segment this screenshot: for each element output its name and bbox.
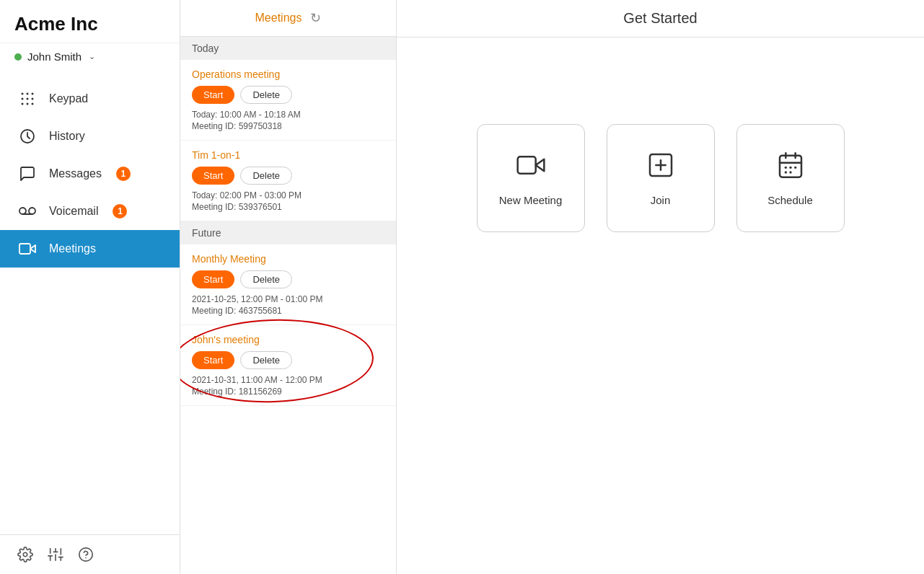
- meeting-monthly-time: 2021-10-25, 12:00 PM - 01:00 PM: [192, 294, 384, 304]
- meeting-monthly-id: Meeting ID: 463755681: [192, 306, 384, 316]
- section-today: Today: [180, 37, 396, 60]
- meetings-panel: Meetings ↻ Today Operations meeting Star…: [180, 0, 397, 574]
- new-meeting-card[interactable]: New Meeting: [477, 124, 585, 232]
- svg-point-25: [79, 548, 92, 561]
- user-name: John Smith: [27, 50, 82, 63]
- meetings-panel-header: Meetings ↻: [180, 0, 396, 37]
- history-icon: [17, 126, 38, 146]
- meeting-monthly-start-button[interactable]: Start: [192, 270, 234, 288]
- svg-point-3: [22, 98, 24, 100]
- svg-point-10: [19, 208, 26, 214]
- svg-point-2: [32, 93, 34, 95]
- meeting-operations-name: Operations meeting: [192, 69, 384, 80]
- meeting-tim-time: Today: 02:00 PM - 03:00 PM: [192, 190, 384, 200]
- messages-badge: 1: [116, 167, 131, 181]
- svg-point-6: [22, 103, 24, 105]
- plus-icon: [646, 151, 675, 180]
- app-name: Acme Inc: [14, 13, 165, 35]
- meeting-tim-actions: Start Delete: [192, 167, 384, 185]
- user-status-dot: [14, 53, 22, 61]
- sidebar-item-messages[interactable]: Messages 1: [0, 155, 180, 193]
- video-icon: [516, 151, 545, 180]
- meeting-johns-start-button[interactable]: Start: [192, 351, 234, 369]
- meeting-operations: Operations meeting Start Delete Today: 1…: [180, 60, 396, 141]
- meeting-tim-id: Meeting ID: 539376501: [192, 202, 384, 212]
- svg-point-11: [29, 208, 35, 214]
- meeting-monthly-name: Monthly Meeting: [192, 253, 384, 265]
- svg-point-1: [27, 93, 29, 95]
- action-cards: New Meeting Join: [477, 124, 845, 232]
- schedule-card[interactable]: Schedule: [736, 124, 845, 232]
- sidebar-item-meetings[interactable]: Meetings: [0, 230, 180, 268]
- svg-point-7: [27, 103, 29, 105]
- sidebar-item-voicemail-label: Voicemail: [49, 205, 98, 218]
- meetings-panel-title: Meetings: [255, 12, 302, 25]
- sidebar-item-history-label: History: [49, 130, 85, 143]
- svg-point-5: [32, 98, 34, 100]
- user-info[interactable]: John Smith ⌄: [0, 43, 180, 73]
- sidebar: Acme Inc John Smith ⌄ Keypa: [0, 0, 180, 574]
- sidebar-item-messages-label: Messages: [49, 167, 102, 180]
- help-icon[interactable]: [78, 547, 94, 562]
- sidebar-header: Acme Inc: [0, 0, 180, 43]
- sidebar-item-meetings-label: Meetings: [49, 242, 96, 255]
- calendar-icon: [776, 151, 805, 180]
- meeting-monthly: Monthly Meeting Start Delete 2021-10-25,…: [180, 244, 396, 325]
- meeting-operations-delete-button[interactable]: Delete: [240, 86, 292, 104]
- meeting-operations-id: Meeting ID: 599750318: [192, 121, 384, 131]
- meeting-tim-start-button[interactable]: Start: [192, 167, 234, 185]
- meeting-operations-time: Today: 10:00 AM - 10:18 AM: [192, 110, 384, 120]
- voicemail-badge: 1: [113, 204, 127, 218]
- meeting-tim-delete-button[interactable]: Delete: [240, 167, 292, 185]
- meetings-list: Today Operations meeting Start Delete To…: [180, 37, 396, 574]
- keypad-icon: [17, 89, 38, 109]
- meeting-johns: John's meeting Start Delete 2021-10-31, …: [180, 325, 396, 406]
- messages-icon: [17, 164, 38, 184]
- sidebar-item-keypad-label: Keypad: [49, 92, 88, 105]
- sliders-icon[interactable]: [48, 547, 63, 562]
- sidebar-footer: [0, 534, 180, 574]
- meeting-monthly-actions: Start Delete: [192, 270, 384, 288]
- settings-icon[interactable]: [17, 547, 33, 562]
- meetings-icon: [17, 239, 38, 259]
- svg-rect-14: [19, 244, 30, 254]
- chevron-down-icon: ⌄: [89, 52, 95, 61]
- meeting-operations-start-button[interactable]: Start: [192, 86, 234, 104]
- meeting-tim: Tim 1-on-1 Start Delete Today: 02:00 PM …: [180, 141, 396, 221]
- get-started-title: Get Started: [397, 0, 924, 37]
- meeting-operations-actions: Start Delete: [192, 86, 384, 104]
- meeting-johns-name: John's meeting: [192, 334, 384, 345]
- schedule-label: Schedule: [767, 194, 813, 206]
- join-card[interactable]: Join: [607, 124, 715, 232]
- join-label: Join: [651, 194, 671, 206]
- voicemail-icon: [17, 201, 38, 221]
- svg-point-15: [23, 552, 27, 557]
- sidebar-item-keypad[interactable]: Keypad: [0, 80, 180, 118]
- svg-point-4: [27, 98, 29, 100]
- svg-marker-13: [30, 245, 35, 252]
- meeting-johns-actions: Start Delete: [192, 351, 384, 369]
- meeting-tim-name: Tim 1-on-1: [192, 149, 384, 161]
- meeting-johns-time: 2021-10-31, 11:00 AM - 12:00 PM: [192, 375, 384, 385]
- meeting-johns-id: Meeting ID: 181156269: [192, 387, 384, 397]
- sidebar-item-history[interactable]: History: [0, 118, 180, 155]
- svg-rect-28: [517, 156, 535, 173]
- meeting-monthly-delete-button[interactable]: Delete: [240, 270, 292, 288]
- svg-point-8: [32, 103, 34, 105]
- svg-point-0: [22, 93, 24, 95]
- get-started-panel: Get Started New Meeting Join: [397, 0, 924, 574]
- refresh-icon[interactable]: ↻: [310, 10, 321, 26]
- new-meeting-label: New Meeting: [499, 194, 563, 206]
- svg-marker-27: [535, 159, 544, 171]
- meeting-johns-delete-button[interactable]: Delete: [240, 351, 292, 369]
- sidebar-item-voicemail[interactable]: Voicemail 1: [0, 193, 180, 230]
- section-future: Future: [180, 221, 396, 244]
- nav-items: Keypad History Messages 1: [0, 73, 180, 534]
